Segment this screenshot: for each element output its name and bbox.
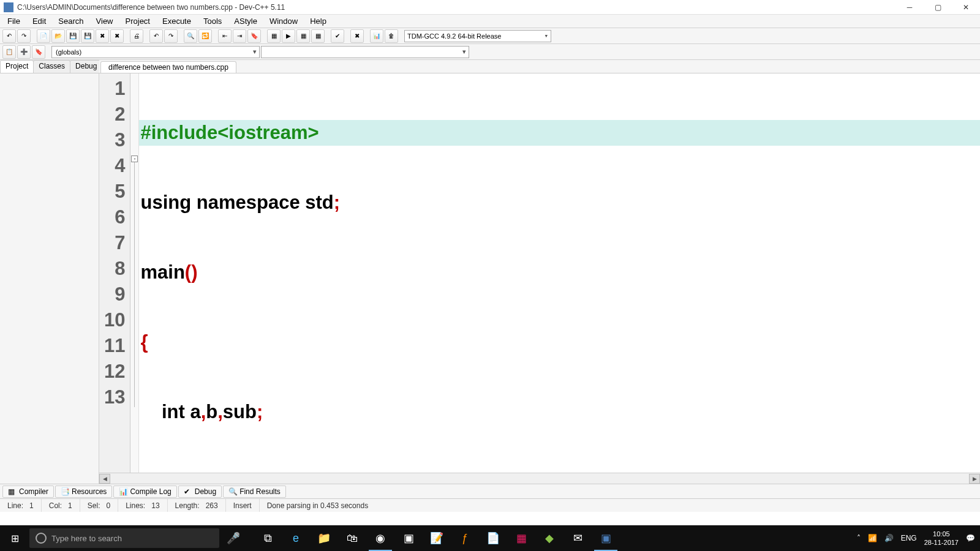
menu-astyle[interactable]: AStyle <box>228 15 263 27</box>
menu-window[interactable]: Window <box>263 15 304 27</box>
outdent-icon[interactable]: ⇤ <box>218 29 232 43</box>
tab-label: Compiler <box>19 487 48 496</box>
scroll-track[interactable] <box>110 474 969 484</box>
volume-icon[interactable]: 🔊 <box>884 534 894 542</box>
status-parse: Done parsing in 0.453 seconds <box>260 499 980 512</box>
compiler-selector[interactable]: TDM-GCC 4.9.2 64-bit Release <box>404 30 551 42</box>
open-file-icon[interactable]: 📂 <box>51 29 65 43</box>
menu-help[interactable]: Help <box>304 15 333 27</box>
stop-icon[interactable]: ✖ <box>350 29 364 43</box>
language-indicator[interactable]: ENG <box>901 534 917 542</box>
tab-label: Compile Log <box>130 487 171 496</box>
line-number-gutter: 1 2 3 4 5 6 7 8 9 10 11 12 13 <box>99 73 130 473</box>
rebuild-icon[interactable]: ▦ <box>311 29 325 43</box>
start-button[interactable]: ⊞ <box>0 525 29 551</box>
function-combo[interactable] <box>261 46 469 58</box>
bookmark2-icon[interactable]: 🔖 <box>32 45 45 59</box>
app1-icon[interactable]: ƒ <box>451 525 479 551</box>
delete-profile-icon[interactable]: 🗑 <box>385 29 398 43</box>
close-button[interactable]: ✕ <box>952 0 980 15</box>
store-icon[interactable]: 🛍 <box>338 525 366 551</box>
redo-icon[interactable]: ↷ <box>164 29 178 43</box>
tab-compile-log[interactable]: 📊Compile Log <box>113 485 176 498</box>
menu-execute[interactable]: Execute <box>156 15 197 27</box>
close-all-icon[interactable]: ✖ <box>110 29 124 43</box>
compile-icon[interactable]: ▦ <box>267 29 281 43</box>
find-icon[interactable]: 🔍 <box>184 29 197 43</box>
compiler-selector-label: TDM-GCC 4.9.2 64-bit Release <box>407 32 501 40</box>
minimize-button[interactable]: ─ <box>895 0 924 15</box>
status-line: Line: 1 <box>0 499 42 512</box>
line-number: 3 <box>104 127 125 153</box>
fold-toggle-icon[interactable]: - <box>131 156 138 162</box>
chrome-icon[interactable]: ◉ <box>366 525 394 551</box>
tab-find-results[interactable]: 🔍Find Results <box>223 485 286 498</box>
tab-compiler[interactable]: ▦Compiler <box>2 485 54 498</box>
menu-file[interactable]: File <box>1 15 26 27</box>
edge-icon[interactable]: e <box>282 525 310 551</box>
line-number: 10 <box>104 307 125 333</box>
code-content[interactable]: #include<iostream> using namespace std; … <box>139 73 980 473</box>
app3-icon[interactable]: ▦ <box>507 525 535 551</box>
task-view-icon[interactable]: ⧉ <box>254 525 282 551</box>
editor-area: difference between two numbers.cpp 1 2 3… <box>99 60 980 484</box>
tray-chevron-icon[interactable]: ˄ <box>857 534 861 542</box>
mic-icon[interactable]: 🎤 <box>219 525 247 551</box>
insert-icon[interactable]: ➕ <box>17 45 31 59</box>
mail-icon[interactable]: ✉ <box>564 525 592 551</box>
menu-edit[interactable]: Edit <box>26 15 52 27</box>
profile-icon[interactable]: 📊 <box>370 29 383 43</box>
menu-search[interactable]: Search <box>52 15 89 27</box>
menu-view[interactable]: View <box>90 15 119 27</box>
bookmark-icon[interactable]: 🔖 <box>247 29 261 43</box>
back-icon[interactable]: ↶ <box>2 29 16 43</box>
compile-run-icon[interactable]: ▦ <box>296 29 310 43</box>
code-token: , <box>201 401 206 422</box>
tab-debug[interactable]: Debug <box>70 60 102 73</box>
tab-debug-bottom[interactable]: ✔Debug <box>178 485 222 498</box>
log-icon: 📊 <box>119 487 127 496</box>
new-file-icon[interactable]: 📄 <box>37 29 50 43</box>
file-tab-active[interactable]: difference between two numbers.cpp <box>100 61 236 73</box>
indent-icon[interactable]: ⇥ <box>233 29 246 43</box>
code-editor[interactable]: 1 2 3 4 5 6 7 8 9 10 11 12 13 - #include… <box>99 73 980 473</box>
wifi-icon[interactable]: 📶 <box>868 534 877 542</box>
app2-icon[interactable]: 📄 <box>479 525 507 551</box>
clock[interactable]: 10:05 28-11-2017 <box>924 530 959 547</box>
scroll-left-icon[interactable]: ◀ <box>99 474 110 484</box>
app4-icon[interactable]: ◆ <box>535 525 564 551</box>
fold-column: - <box>130 73 139 473</box>
toolbar-main: ↶ ↷ 📄 📂 💾 💾 ✖ ✖ 🖨 ↶ ↷ 🔍 🔁 ⇤ ⇥ 🔖 ▦ ▶ ▦ ▦ … <box>0 28 980 44</box>
run-icon[interactable]: ▶ <box>282 29 295 43</box>
debug-icon[interactable]: ✔ <box>331 29 344 43</box>
status-lines: Lines: 13 <box>118 499 167 512</box>
taskbar-search[interactable]: Type here to search <box>29 528 219 548</box>
scroll-right-icon[interactable]: ▶ <box>969 474 980 484</box>
line-number: 2 <box>104 102 125 127</box>
status-sel: Sel: 0 <box>80 499 118 512</box>
globals-combo[interactable]: (globals) <box>51 46 260 58</box>
save-all-icon[interactable]: 💾 <box>81 29 94 43</box>
cortana-icon <box>36 533 47 544</box>
horizontal-scrollbar[interactable]: ◀ ▶ <box>99 473 980 484</box>
toolbar-secondary: 📋 ➕ 🔖 (globals) <box>0 44 980 60</box>
tab-classes[interactable]: Classes <box>33 60 70 73</box>
menu-project[interactable]: Project <box>119 15 156 27</box>
notifications-icon[interactable]: 💬 <box>966 534 975 542</box>
tab-resources[interactable]: 📑Resources <box>55 485 112 498</box>
terminal-icon[interactable]: ▣ <box>394 525 423 551</box>
forward-icon[interactable]: ↷ <box>17 29 31 43</box>
menu-tools[interactable]: Tools <box>197 15 228 27</box>
devcpp-taskbar-icon[interactable]: ▣ <box>592 525 620 551</box>
print-icon[interactable]: 🖨 <box>130 29 143 43</box>
notepad-icon[interactable]: 📝 <box>423 525 451 551</box>
new-project-icon[interactable]: 📋 <box>2 45 16 59</box>
tab-project[interactable]: Project <box>0 60 34 73</box>
save-icon[interactable]: 💾 <box>66 29 80 43</box>
replace-icon[interactable]: 🔁 <box>198 29 212 43</box>
explorer-icon[interactable]: 📁 <box>310 525 338 551</box>
status-length: Length: 263 <box>168 499 226 512</box>
maximize-button[interactable]: ▢ <box>924 0 952 15</box>
close-file-icon[interactable]: ✖ <box>96 29 109 43</box>
undo-icon[interactable]: ↶ <box>149 29 163 43</box>
